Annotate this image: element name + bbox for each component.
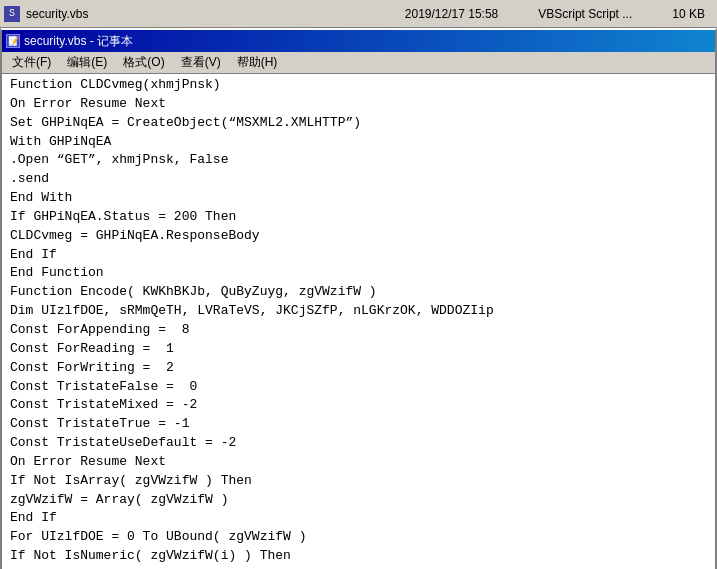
code-line: Const TristateFalse = 0 (10, 378, 707, 397)
code-line: End With (10, 189, 707, 208)
menu-bar: 文件(F) 编辑(E) 格式(O) 查看(V) 帮助(H) (2, 52, 715, 74)
taskbar-filetype: VBScript Script ... (538, 7, 632, 21)
taskbar: S security.vbs 2019/12/17 15:58 VBScript… (0, 0, 717, 28)
code-line: On Error Resume Next (10, 95, 707, 114)
code-line: .Open “GET”, xhmjPnsk, False (10, 151, 707, 170)
taskbar-meta: 2019/12/17 15:58 VBScript Script ... 10 … (405, 7, 705, 21)
title-bar-text: security.vbs - 记事本 (24, 33, 711, 50)
taskbar-file-icon: S (4, 6, 20, 22)
code-line: Const TristateMixed = -2 (10, 396, 707, 415)
code-line: Const ForWriting = 2 (10, 359, 707, 378)
code-line: Set GHPiNqEA = CreateObject(“MSXML2.XMLH… (10, 114, 707, 133)
code-area[interactable]: Function CLDCvmeg(xhmjPnsk)On Error Resu… (2, 74, 715, 569)
code-line: If GHPiNqEA.Status = 200 Then (10, 208, 707, 227)
menu-edit[interactable]: 编辑(E) (59, 52, 115, 73)
title-bar-icon: 📝 (6, 34, 20, 48)
taskbar-datetime: 2019/12/17 15:58 (405, 7, 498, 21)
taskbar-filesize: 10 KB (672, 7, 705, 21)
code-line: Function CLDCvmeg(xhmjPnsk) (10, 76, 707, 95)
code-line: On Error Resume Next (10, 453, 707, 472)
code-line: Function Encode( KWKhBKJb, QuByZuyg, zgV… (10, 283, 707, 302)
menu-format[interactable]: 格式(O) (115, 52, 172, 73)
menu-view[interactable]: 查看(V) (173, 52, 229, 73)
code-line: Const ForAppending = 8 (10, 321, 707, 340)
menu-help[interactable]: 帮助(H) (229, 52, 286, 73)
taskbar-filename: security.vbs (26, 7, 405, 21)
code-line: If Not IsNumeric( zgVWzifW(i) ) Then (10, 547, 707, 566)
code-line: End If (10, 246, 707, 265)
notepad-window: 📝 security.vbs - 记事本 文件(F) 编辑(E) 格式(O) 查… (0, 28, 717, 569)
code-line: End Function (10, 264, 707, 283)
code-line: End If (10, 509, 707, 528)
code-line: .send (10, 170, 707, 189)
code-line: Dim UIzlfDOE, sRMmQeTH, LVRaTeVS, JKCjSZ… (10, 302, 707, 321)
code-line: With GHPiNqEA (10, 133, 707, 152)
code-line: Const TristateTrue = -1 (10, 415, 707, 434)
code-line: If Not IsArray( zgVWzifW ) Then (10, 472, 707, 491)
code-line: Const ForReading = 1 (10, 340, 707, 359)
code-line: CLDCvmeg = GHPiNqEA.ResponseBody (10, 227, 707, 246)
menu-file[interactable]: 文件(F) (4, 52, 59, 73)
code-line: For UIzlfDOE = 0 To UBound( zgVWzifW ) (10, 528, 707, 547)
title-bar: 📝 security.vbs - 记事本 (2, 30, 715, 52)
code-line: Const TristateUseDefault = -2 (10, 434, 707, 453)
code-line: zgVWzifW = Array( zgVWzifW ) (10, 491, 707, 510)
